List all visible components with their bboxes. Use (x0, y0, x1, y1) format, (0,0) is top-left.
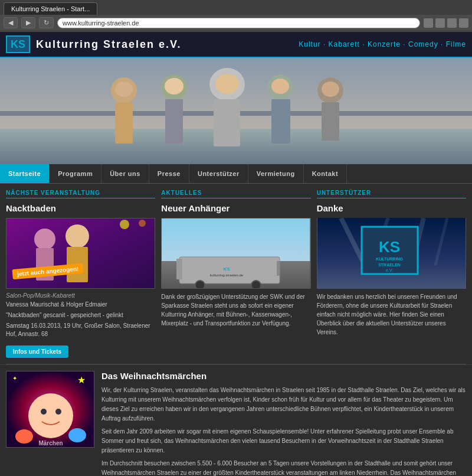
toolbar-icons (424, 18, 468, 28)
svg-point-46 (28, 393, 73, 438)
column-naechste: Nächste Veranstaltung Nacktbaden (6, 190, 155, 358)
section-label-aktuelles: Aktuelles (161, 190, 310, 198)
svg-rect-28 (277, 261, 280, 276)
nav-item-kontakt[interactable]: Kontakt (304, 164, 347, 183)
extension-icon (447, 18, 457, 28)
home-icon[interactable] (435, 18, 445, 28)
wm-text1: Wir, der Kulturring Straelen, veranstalt… (101, 386, 466, 423)
svg-text:KS: KS (379, 238, 400, 256)
hero-image (0, 58, 472, 164)
forward-button[interactable]: ▶ (21, 17, 35, 28)
site-header: KS Kulturring Straelen e.V. Kultur · Kab… (0, 32, 472, 58)
event-subtitle: Salon-Pop/Musik-Kabarett (6, 292, 155, 299)
svg-text:Märchen: Märchen (38, 440, 63, 446)
svg-text:★: ★ (77, 375, 86, 385)
svg-text:KULTURRING: KULTURRING (376, 257, 403, 261)
svg-point-24 (139, 220, 146, 227)
svg-point-30 (251, 281, 261, 289)
nav-item-startseite[interactable]: Startseite (0, 164, 50, 183)
svg-text:kulturring-straelen.de: kulturring-straelen.de (210, 273, 244, 277)
unterstuetzer-title: Danke (317, 203, 466, 213)
event-image: jetzt auch angezogen! (6, 218, 155, 289)
back-button[interactable]: ◀ (4, 17, 18, 28)
wm-section: ★ ✦ Märchen Das Weihnachtsmärchen Wir, d… (0, 364, 472, 476)
site-title: Kulturring Straelen e.V. (36, 38, 299, 51)
svg-point-29 (195, 281, 205, 289)
svg-point-5 (115, 81, 133, 97)
svg-text:✦: ✦ (12, 375, 17, 382)
svg-rect-4 (115, 102, 133, 144)
browser-toolbar: ◀ ▶ ↻ (0, 15, 472, 31)
nav-item-presse[interactable]: Presse (149, 164, 189, 183)
svg-point-14 (271, 79, 289, 94)
site-logo: KS (6, 35, 30, 53)
header-tagline: Kultur · Kabarett · Konzerte · Comedy · … (299, 40, 466, 48)
browser-chrome: Kulturring Straelen - Start... ◀ ▶ ↻ (0, 0, 472, 32)
browser-tabs: Kulturring Straelen - Start... (0, 0, 472, 15)
star-icon[interactable] (424, 18, 433, 28)
news-image: KS kulturring-straelen.de (161, 218, 310, 289)
event-show-name: "Nacktbaden" gescanit - gespeichert - ge… (6, 311, 155, 319)
wm-image: ★ ✦ Märchen (6, 371, 94, 448)
content-area: Nächste Veranstaltung Nacktbaden (0, 184, 472, 364)
svg-point-19 (34, 229, 55, 250)
svg-point-21 (65, 224, 89, 248)
refresh-button[interactable]: ↻ (39, 17, 54, 28)
menu-icon[interactable] (459, 18, 468, 28)
svg-point-11 (215, 74, 239, 94)
main-navigation: Startseite Programm Über uns Presse Unte… (0, 164, 472, 184)
svg-text:KS: KS (224, 266, 231, 272)
svg-text:STRAELEN: STRAELEN (378, 263, 401, 267)
event-title: Nacktbaden (6, 203, 155, 213)
support-image: KS KULTURRING STRAELEN e.V. (317, 218, 466, 289)
browser-tab-active[interactable]: Kulturring Straelen - Start... (4, 2, 97, 15)
svg-rect-13 (271, 99, 290, 144)
tickets-button[interactable]: Infos und Tickets (6, 345, 68, 358)
svg-rect-27 (176, 259, 182, 279)
wm-content: Das Weihnachtsmärchen Wir, der Kulturrin… (101, 371, 466, 476)
svg-rect-16 (322, 102, 339, 141)
event-date: Samstag 16.03.2013, 19 Uhr, Großer Salon… (6, 322, 155, 338)
wm-title: Das Weihnachtsmärchen (101, 371, 466, 381)
svg-rect-7 (165, 99, 183, 144)
svg-point-23 (120, 220, 129, 229)
aktuelles-text: Dank der großzügigen Unterstützung der S… (161, 292, 310, 328)
aktuelles-title: Neuer Anhänger (161, 203, 310, 213)
svg-point-47 (41, 409, 47, 415)
website: KS Kulturring Straelen e.V. Kultur · Kab… (0, 32, 472, 476)
nav-item-unterstuetzer[interactable]: Unterstützer (189, 164, 248, 183)
svg-point-48 (55, 409, 61, 415)
nav-item-vermietung[interactable]: Vermietung (248, 164, 304, 183)
unterstuetzer-text: Wir bedanken uns herzlich bei unseren Fr… (317, 292, 466, 337)
svg-point-49 (15, 429, 33, 444)
nav-item-ueber-uns[interactable]: Über uns (101, 164, 149, 183)
svg-point-50 (68, 428, 86, 442)
nav-item-programm[interactable]: Programm (50, 164, 101, 183)
svg-point-8 (165, 78, 183, 94)
svg-point-17 (322, 81, 339, 97)
wm-text3: Im Durchschnitt besuchen zwischen 5.500 … (101, 459, 466, 476)
event-performer: Vanessa Maurischat & Holger Edmaier (6, 301, 155, 309)
column-unterstuetzer: Unterstützer Danke (317, 190, 466, 358)
wm-text2: Seit dem Jahr 2009 arbeiten wir sogar mi… (101, 427, 466, 455)
section-label-naechste: Nächste Veranstaltung (6, 190, 155, 198)
svg-text:e.V.: e.V. (386, 268, 393, 272)
section-label-unterstuetzer: Unterstützer (317, 190, 466, 198)
column-aktuelles: Aktuelles Neuer Anhänger (161, 190, 310, 358)
logo-letters: KS (11, 39, 25, 50)
svg-rect-10 (214, 99, 240, 146)
address-bar[interactable] (57, 18, 420, 28)
